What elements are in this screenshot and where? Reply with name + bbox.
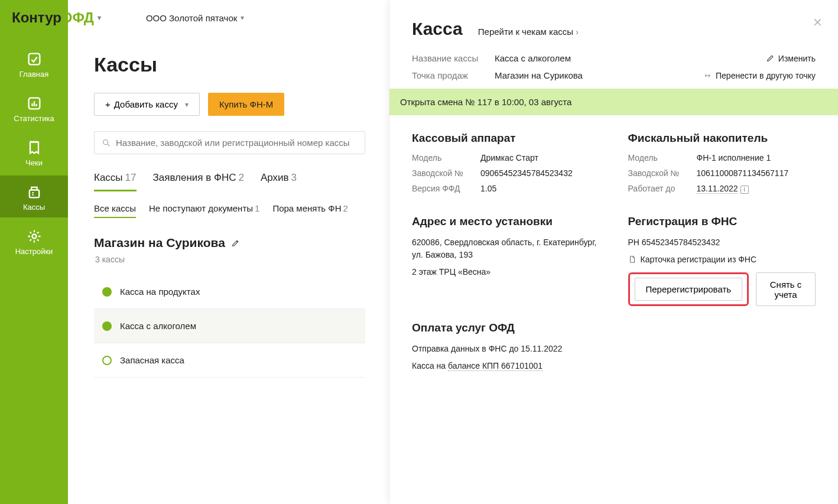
search-box[interactable]	[94, 131, 365, 154]
cash-list: Касса на продуктах Касса с алкоголем Зап…	[94, 275, 365, 378]
logo-part1: Контур	[12, 9, 61, 26]
tab-label: Архив	[261, 172, 289, 183]
nav-label: Главная	[20, 70, 48, 79]
subtab-label: Не поступают документы	[149, 203, 253, 213]
nav-label: Статистика	[14, 114, 54, 123]
button-label: Купить ФН-М	[219, 99, 273, 109]
nav-cheques[interactable]: Чеки	[0, 131, 68, 173]
info-icon[interactable]: i	[740, 186, 749, 194]
list-item[interactable]: Касса с алкоголем	[94, 309, 365, 343]
tab-count: 3	[291, 172, 297, 183]
button-label: Снять с учета	[767, 279, 804, 300]
address-title: Адрес и место установки	[412, 215, 600, 228]
fns-title: Регистрация в ФНС	[628, 215, 816, 228]
reregister-button[interactable]: Перерегистрировать	[635, 278, 743, 301]
stats-icon	[26, 95, 43, 112]
edit-icon	[766, 54, 775, 63]
search-icon	[102, 138, 111, 148]
main-tabs: Кассы17 Заявления в ФНС2 Архив3	[94, 172, 365, 191]
svg-rect-0	[28, 54, 40, 65]
point-label: Точка продаж	[412, 70, 495, 80]
point-value: Магазин на Сурикова	[495, 70, 583, 80]
subtab-nodocs[interactable]: Не поступают документы1	[149, 203, 259, 218]
cash-name: Касса с алкоголем	[120, 321, 196, 331]
tab-fns[interactable]: Заявления в ФНС2	[153, 172, 244, 191]
subtab-count: 1	[255, 203, 259, 213]
page-title: Кассы	[94, 53, 365, 76]
gear-icon	[26, 228, 43, 245]
chevron-down-icon: ▾	[185, 100, 189, 109]
detail-panel: ✕ Касса Перейти к чекам кассы› Название …	[389, 0, 838, 504]
subtab-all[interactable]: Все кассы	[94, 203, 136, 218]
subtab-label: Все кассы	[94, 203, 136, 213]
group-subtitle: 3 кассы	[95, 255, 365, 264]
until-date-link[interactable]: 13.11.2022	[697, 184, 738, 194]
subtab-count: 2	[343, 203, 348, 213]
ofd-balance: Касса на балансе КПП 667101001	[412, 360, 816, 372]
list-item[interactable]: Касса на продуктах	[94, 275, 365, 309]
chevron-down-icon[interactable]: ▾	[98, 14, 101, 22]
status-dot-active	[102, 321, 112, 331]
remove-button[interactable]: Снять с учета	[756, 272, 816, 306]
kv-label: Версия ФФД	[412, 184, 480, 193]
balance-link[interactable]: балансе КПП 667101001	[448, 361, 543, 371]
move-action[interactable]: Перенести в другую точку	[704, 71, 816, 80]
kv-label: Модель	[412, 153, 480, 162]
kv-value: 13.11.2022i	[697, 184, 749, 194]
subtab-changefn[interactable]: Пора менять ФН2	[272, 203, 347, 218]
fn-title: Фискальный накопитель	[628, 132, 816, 145]
kv-label: Заводской №	[412, 168, 480, 178]
tab-label: Кассы	[94, 172, 123, 183]
address-line2: 2 этаж ТРЦ «Весна»	[412, 266, 600, 278]
button-label: Добавить кассу	[114, 99, 178, 109]
tab-cash[interactable]: Кассы17	[94, 172, 137, 191]
group-header: Магазин на Сурикова	[94, 236, 365, 250]
nav-home[interactable]: Главная	[0, 43, 68, 84]
kv-value: 1.05	[480, 184, 496, 193]
sidebar: Главная Статистика Чеки Кассы Настройки	[0, 0, 68, 504]
fns-rn: РН 65452345784523432	[628, 236, 816, 249]
action-text: Перенести в другую точку	[716, 71, 816, 80]
search-input[interactable]	[116, 138, 358, 148]
move-icon	[704, 72, 712, 79]
nav-cash[interactable]: Кассы	[0, 175, 68, 217]
highlight-frame: Перерегистрировать	[628, 272, 749, 306]
cash-register-icon	[26, 184, 43, 200]
fns-card-link[interactable]: Карточка регистрации из ФНС	[628, 255, 816, 264]
device-title: Кассовый аппарат	[412, 132, 600, 145]
main-content: Кассы + Добавить кассу ▾ Купить ФН-М Кас…	[68, 0, 389, 504]
balance-prefix: Касса на	[412, 361, 448, 370]
svg-point-4	[103, 139, 108, 144]
logo-part2: ОФД	[61, 9, 94, 26]
tab-count: 2	[239, 172, 244, 183]
address-line1: 620086, Свердловская область, г. Екатери…	[412, 236, 600, 261]
org-selector[interactable]: ООО Золотой пятачок ▾	[146, 13, 244, 23]
list-item[interactable]: Запасная касса	[94, 343, 365, 378]
action-text: Изменить	[778, 54, 816, 63]
kv-label: Заводской №	[628, 168, 697, 178]
kv-label: Модель	[628, 153, 697, 162]
group-name: Магазин на Сурикова	[94, 236, 225, 250]
tab-archive[interactable]: Архив3	[261, 172, 297, 191]
org-name-text: ООО Золотой пятачок	[146, 13, 237, 23]
tab-count: 17	[125, 172, 137, 183]
svg-rect-2	[29, 190, 38, 198]
sub-tabs: Все кассы Не поступают документы1 Пора м…	[94, 203, 365, 218]
svg-point-3	[32, 235, 36, 239]
buy-fn-button[interactable]: Купить ФН-М	[208, 93, 284, 116]
edit-action[interactable]: Изменить	[766, 54, 816, 63]
link-text: Карточка регистрации из ФНС	[641, 255, 757, 264]
tab-label: Заявления в ФНС	[153, 172, 236, 183]
add-cash-button[interactable]: + Добавить кассу ▾	[94, 93, 200, 116]
name-value: Касса с алкоголем	[495, 53, 571, 63]
button-label: Перерегистрировать	[646, 284, 732, 294]
nav-stats[interactable]: Статистика	[0, 87, 68, 129]
plus-icon: +	[105, 99, 111, 109]
nav-label: Настройки	[15, 247, 53, 256]
chevron-down-icon[interactable]: ▾	[241, 14, 244, 22]
nav-settings[interactable]: Настройки	[0, 220, 68, 262]
ofd-send-until: Отправка данных в ФНС до 15.11.2022	[412, 343, 816, 355]
edit-icon[interactable]	[231, 239, 240, 248]
logo[interactable]: КонтурОФД ▾	[12, 9, 101, 26]
kv-label: Работает до	[628, 184, 697, 194]
